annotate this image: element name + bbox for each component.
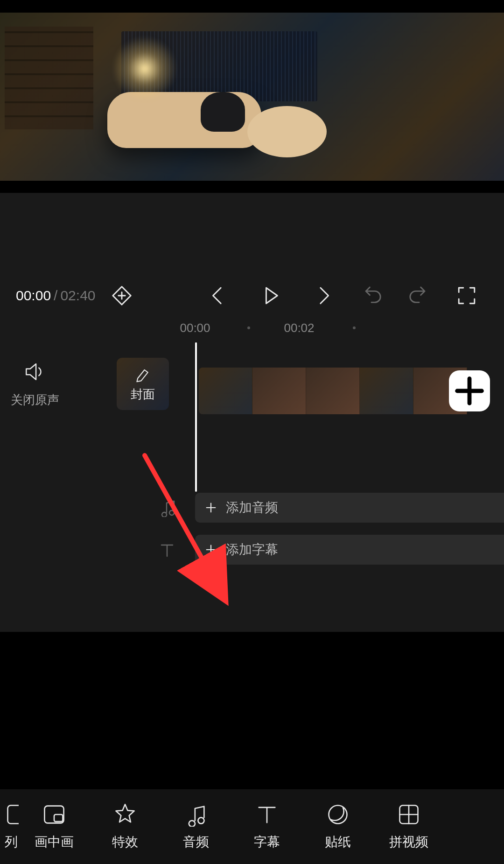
audio-lane: 添加音频 [0, 491, 504, 524]
tool-pip[interactable]: 画中画 [19, 802, 90, 851]
next-button[interactable] [313, 284, 335, 307]
prev-button[interactable] [206, 284, 229, 307]
time-display: 00:00/02:40 [16, 288, 96, 304]
fullscreen-button[interactable] [455, 284, 478, 307]
timeline[interactable]: 关闭原声 封面 添加音频 添加字幕 [0, 342, 504, 632]
video-preview[interactable] [0, 0, 504, 193]
subtitle-lane: 添加字幕 [0, 533, 504, 567]
add-subtitle-button[interactable]: 添加字幕 [195, 535, 504, 565]
music-icon [0, 498, 195, 517]
current-time: 00:00 [16, 288, 51, 303]
ruler-tick: 00:00 [180, 321, 210, 335]
playback-controls: 00:00/02:40 [0, 277, 504, 314]
add-audio-button[interactable]: 添加音频 [195, 493, 504, 523]
svg-point-4 [329, 806, 347, 824]
cover-button[interactable]: 封面 [117, 358, 169, 410]
tool-partial[interactable]: 列 [5, 802, 19, 851]
text-icon [0, 540, 195, 559]
add-clip-button[interactable] [449, 370, 490, 411]
tool-subtitle[interactable]: 字幕 [231, 802, 302, 851]
playhead[interactable] [195, 342, 197, 492]
tool-collage[interactable]: 拼视频 [373, 802, 444, 851]
ruler-tick: 00:02 [284, 321, 314, 335]
spacer [0, 193, 504, 277]
undo-button[interactable] [360, 284, 383, 307]
time-ruler[interactable]: 00:00 00:02 [0, 314, 504, 342]
mute-original-button[interactable]: 关闭原声 [0, 360, 70, 408]
svg-rect-3 [54, 814, 63, 822]
svg-rect-1 [8, 806, 19, 824]
redo-button[interactable] [408, 284, 430, 307]
keyframe-button[interactable] [111, 284, 133, 307]
tool-effects[interactable]: 特效 [90, 802, 161, 851]
preview-frame [0, 13, 504, 181]
tool-sticker[interactable]: 贴纸 [302, 802, 373, 851]
play-button[interactable] [259, 284, 282, 307]
bottom-toolbar: 列 画中画 特效 音频 字幕 贴纸 拼视频 [0, 789, 504, 864]
tool-audio[interactable]: 音频 [161, 802, 231, 851]
total-duration: 02:40 [60, 288, 95, 303]
